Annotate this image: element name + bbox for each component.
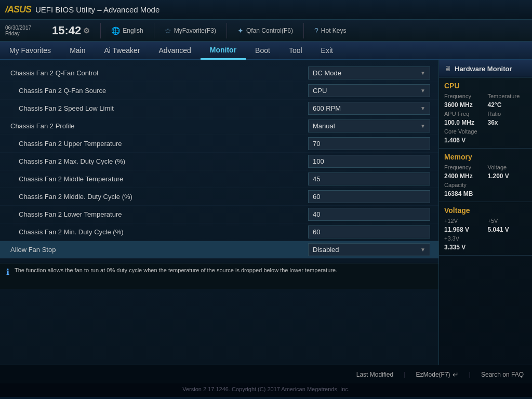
setting-chassis-fan2-qfan-source: Chassis Fan 2 Q-Fan Source CPU ▼ xyxy=(0,82,438,100)
cpu-freq-label: Frequency xyxy=(444,93,484,99)
cpu-core-voltage-spacer xyxy=(488,128,527,135)
divider2: | xyxy=(469,370,471,378)
volt-33v-spacer2 xyxy=(488,244,527,251)
setting-chassis-fan2-max-duty: Chassis Fan 2 Max. Duty Cycle (%) 100 xyxy=(0,153,438,170)
chassis-fan2-qfan-control-dropdown[interactable]: DC Mode ▼ xyxy=(308,66,430,79)
ez-mode-button[interactable]: EzMode(F7) ↵ xyxy=(416,370,459,379)
cpu-temp-value: 42°C xyxy=(488,101,527,109)
mem-volt-label: Voltage xyxy=(488,164,527,170)
chevron-down-icon: ▼ xyxy=(420,123,425,129)
search-faq-button[interactable]: Search on FAQ xyxy=(481,371,524,378)
hotkeys-button[interactable]: ? Hot Keys xyxy=(314,26,346,35)
setting-label: Chassis Fan 2 Profile xyxy=(10,122,308,130)
chassis-fan2-speed-low-limit-dropdown[interactable]: 600 RPM ▼ xyxy=(308,102,430,115)
dropdown-value: 600 RPM xyxy=(313,104,341,112)
asus-logo: /ASUS xyxy=(5,4,31,15)
info-text: The function allows the fan to run at 0%… xyxy=(15,267,337,274)
hw-memory-section: Memory Frequency Voltage 2400 MHz 1.200 … xyxy=(439,149,532,202)
timebar: 06/30/2017 Friday 15:42 ⚙ 🌐 English ☆ My… xyxy=(0,20,532,42)
mem-freq-value: 2400 MHz xyxy=(444,172,484,180)
volt-12v-value: 11.968 V xyxy=(444,226,484,233)
allow-fan-stop-dropdown[interactable]: Disabled ▼ xyxy=(308,243,430,256)
hw-monitor-header: 🖥 Hardware Monitor xyxy=(439,60,532,77)
nav-tool[interactable]: Tool xyxy=(280,41,312,60)
dropdown-value: DC Mode xyxy=(313,69,341,77)
nav-advanced[interactable]: Advanced xyxy=(149,41,200,60)
setting-chassis-fan2-profile: Chassis Fan 2 Profile Manual ▼ xyxy=(0,117,438,135)
date: 06/30/2017 xyxy=(5,25,42,31)
setting-label: Chassis Fan 2 Q-Fan Control xyxy=(10,69,308,77)
ez-mode-label: EzMode(F7) xyxy=(416,371,450,378)
globe-icon: 🌐 xyxy=(111,26,120,35)
hw-voltage-section: Voltage +12V +5V 11.968 V 5.041 V +3.3V … xyxy=(439,202,532,256)
setting-value: 70 xyxy=(308,137,430,150)
setting-label: Allow Fan Stop xyxy=(10,246,308,254)
time-display: 15:42 xyxy=(52,24,81,37)
setting-value: 60 xyxy=(308,225,430,238)
nav-my-favorites[interactable]: My Favorites xyxy=(0,41,60,60)
hardware-monitor-panel: 🖥 Hardware Monitor CPU Frequency Tempera… xyxy=(438,60,532,365)
nav-exit[interactable]: Exit xyxy=(312,41,342,60)
last-modified-button[interactable]: Last Modified xyxy=(356,371,393,378)
nav-monitor[interactable]: Monitor xyxy=(201,41,246,60)
cpu-core-voltage-value: 1.406 V xyxy=(444,137,484,144)
divider3 xyxy=(227,23,227,38)
chassis-fan2-upper-temp-field[interactable]: 70 xyxy=(308,137,430,150)
hw-voltage-title: Voltage xyxy=(444,206,527,215)
dropdown-value: Disabled xyxy=(313,246,339,254)
divider: | xyxy=(404,370,405,378)
cpu-core-voltage-label: Core Voltage xyxy=(444,128,484,135)
day: Friday xyxy=(5,31,42,36)
setting-value: 45 xyxy=(308,172,430,185)
setting-chassis-fan2-lower-temp: Chassis Fan 2 Lower Temperature 40 xyxy=(0,206,438,223)
setting-value: CPU ▼ xyxy=(308,84,430,97)
volt-33v-label: +3.3V xyxy=(444,235,484,242)
setting-chassis-fan2-middle-temp: Chassis Fan 2 Middle Temperature 45 xyxy=(0,170,438,188)
cpu-apu-value: 100.0 MHz xyxy=(444,119,484,126)
setting-label: Chassis Fan 2 Max. Duty Cycle (%) xyxy=(10,157,308,165)
chassis-fan2-min-duty-field[interactable]: 60 xyxy=(308,225,430,238)
qfan-control-button[interactable]: ✦ Qfan Control(F6) xyxy=(237,26,293,35)
settings-icon[interactable]: ⚙ xyxy=(83,26,90,35)
chassis-fan2-profile-dropdown[interactable]: Manual ▼ xyxy=(308,119,430,132)
setting-value: Manual ▼ xyxy=(308,119,430,132)
setting-chassis-fan2-qfan-control: Chassis Fan 2 Q-Fan Control DC Mode ▼ xyxy=(0,64,438,82)
chevron-down-icon: ▼ xyxy=(420,88,425,94)
my-favorite-button[interactable]: ☆ MyFavorite(F3) xyxy=(165,26,216,35)
chassis-fan2-qfan-source-dropdown[interactable]: CPU ▼ xyxy=(308,84,430,97)
dropdown-value: CPU xyxy=(313,87,327,95)
settings-list: Chassis Fan 2 Q-Fan Control DC Mode ▼ Ch… xyxy=(0,60,438,263)
bottom-bar: Last Modified | EzMode(F7) ↵ | Search on… xyxy=(0,365,532,383)
mem-freq-label: Frequency xyxy=(444,164,484,170)
chevron-down-icon: ▼ xyxy=(420,70,425,76)
language-selector[interactable]: 🌐 English xyxy=(111,26,143,35)
chassis-fan2-lower-temp-field[interactable]: 40 xyxy=(308,208,430,221)
qfan-label: Qfan Control(F6) xyxy=(246,27,293,34)
dropdown-value: Manual xyxy=(313,122,335,130)
cpu-temp-label: Temperature xyxy=(488,93,527,99)
chassis-fan2-middle-temp-field[interactable]: 45 xyxy=(308,172,430,185)
setting-label: Chassis Fan 2 Speed Low Limit xyxy=(10,104,308,112)
setting-chassis-fan2-upper-temp: Chassis Fan 2 Upper Temperature 70 xyxy=(0,135,438,153)
bios-title: UEFI BIOS Utility – Advanced Mode xyxy=(35,5,159,14)
setting-label: Chassis Fan 2 Middle Temperature xyxy=(10,175,308,183)
chassis-fan2-max-duty-field[interactable]: 100 xyxy=(308,155,430,168)
divider2 xyxy=(154,23,154,38)
arrow-icon: ↵ xyxy=(453,370,459,379)
cpu-ratio-value: 36x xyxy=(488,119,527,126)
hw-memory-title: Memory xyxy=(444,153,527,161)
setting-value: Disabled ▼ xyxy=(308,243,430,256)
setting-label: Chassis Fan 2 Upper Temperature xyxy=(10,140,308,148)
nav-boot[interactable]: Boot xyxy=(246,41,280,60)
volt-5v-value: 5.041 V xyxy=(488,226,527,233)
divider4 xyxy=(303,23,304,38)
setting-value: 100 xyxy=(308,155,430,168)
volt-5v-label: +5V xyxy=(488,218,527,224)
mem-capacity-spacer2 xyxy=(488,190,527,197)
volt-33v-value: 3.335 V xyxy=(444,244,484,251)
chassis-fan2-middle-duty-field[interactable]: 60 xyxy=(308,190,430,203)
nav-main[interactable]: Main xyxy=(60,41,95,60)
mem-volt-value: 1.200 V xyxy=(488,172,527,180)
nav-ai-tweaker[interactable]: Ai Tweaker xyxy=(95,41,149,60)
setting-value: DC Mode ▼ xyxy=(308,66,430,79)
